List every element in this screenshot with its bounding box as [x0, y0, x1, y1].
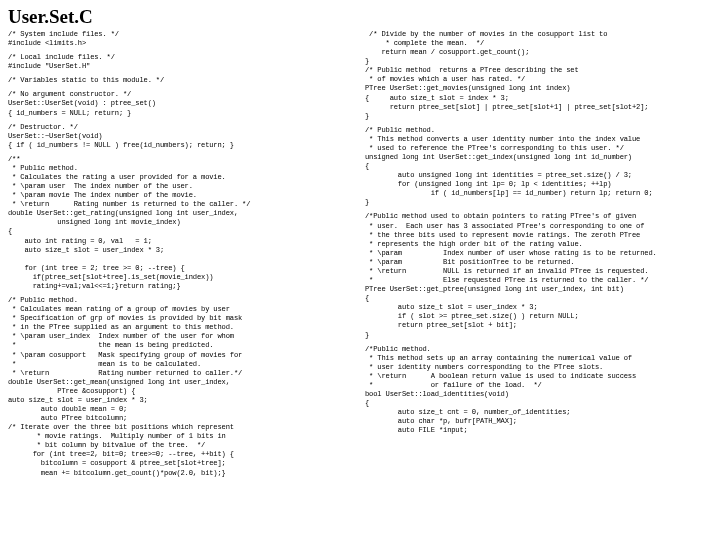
left-column: /* System include files. */ #include <li… [8, 30, 355, 534]
page-title: User.Set.C [8, 6, 712, 28]
code-block: /* No argument constructor. */ UserSet::… [8, 90, 355, 117]
right-column: /* Divide by the number of movies in the… [365, 30, 712, 534]
code-block: /* Public method. * Calculates mean rati… [8, 296, 355, 478]
code-block: /* System include files. */ #include <li… [8, 30, 355, 48]
code-block: /*Public method used to obtain pointers … [365, 212, 712, 339]
code-block: /* Destructor. */ UserSet::~UserSet(void… [8, 123, 355, 150]
two-column-layout: /* System include files. */ #include <li… [0, 30, 720, 540]
code-block: /* Variables static to this module. */ [8, 76, 355, 85]
code-block: /* Divide by the number of movies in the… [365, 30, 712, 121]
code-block: /* Local include files. */ #include "Use… [8, 53, 355, 71]
code-block: /*Public method. * This method sets up a… [365, 345, 712, 436]
code-block: /* Public method. * This method converts… [365, 126, 712, 208]
code-block: /** * Public method. * Calculates the ra… [8, 155, 355, 291]
